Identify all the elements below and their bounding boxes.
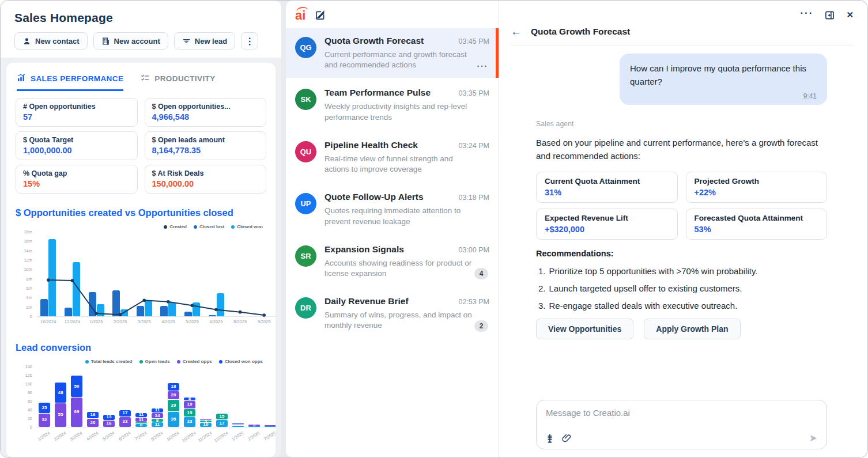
stat-value: +22%: [695, 188, 819, 197]
conversation-description: Accounts showing readiness for product o…: [324, 258, 489, 279]
x-tick-label: 2/2024: [53, 430, 67, 442]
y-tick-label: 16m: [24, 239, 32, 244]
x-tick-label: 3/2024: [69, 430, 83, 442]
list-item-pipeline-health-check[interactable]: QU Pipeline Health Check 03:24 PM Real-t…: [286, 133, 499, 182]
segment-value-label: 55: [55, 412, 66, 417]
x-tick-label: 6/2025: [210, 319, 223, 324]
conversation-time: 03:35 PM: [458, 89, 489, 97]
voice-input-icon[interactable]: [546, 434, 554, 443]
conversation-time: 03:00 PM: [458, 246, 489, 254]
user-message-text: How can I improve my quota performance t…: [630, 62, 817, 89]
expand-panel-icon[interactable]: [825, 10, 835, 20]
new-account-button[interactable]: New account: [93, 32, 168, 50]
stat-current-quota-attainment: Current Quota Attainment 31%: [536, 172, 678, 203]
legend-dot-icon: [194, 225, 197, 229]
tab-productivity-label: PRODUCTIVITY: [154, 74, 215, 83]
chart1-title: $ Opportunities created vs Opportunities…: [16, 207, 266, 218]
ai-assistant-panel: ai QG Quota Growth Forecast 03:45 PM Cur…: [286, 1, 867, 457]
stacked-bar-segment: 18: [168, 383, 179, 391]
apply-growth-plan-button[interactable]: Apply Growth Plan: [644, 319, 740, 339]
legend-item: Total leads created: [85, 359, 133, 364]
stacked-bar-segment: 11: [135, 418, 147, 422]
conversation-title: Quota Growth Forecast: [324, 36, 424, 46]
more-actions-button[interactable]: ⋮: [241, 32, 258, 50]
attachment-icon[interactable]: [562, 433, 571, 443]
metric-quota-target: $ Quota Target 1,000,000.00: [16, 131, 138, 160]
x-tick-label: 5/2024: [101, 430, 115, 442]
segment-value-label: 18: [168, 384, 179, 389]
y-tick-label: 10m: [24, 267, 32, 272]
stacked-bar-segment: [232, 423, 244, 425]
message-input[interactable]: Message to Creatio.ai ➤: [536, 400, 827, 449]
kebab-icon: ⋮: [245, 36, 254, 47]
metric-value: 57: [23, 112, 130, 122]
new-contact-button[interactable]: New contact: [14, 32, 88, 50]
user-message-bubble: How can I improve my quota performance t…: [620, 54, 827, 105]
stacked-bar-segment: 5: [248, 425, 260, 426]
send-icon[interactable]: ➤: [809, 433, 817, 443]
unread-badge: 4: [474, 268, 488, 279]
stacked-bar-segment: 16: [103, 421, 115, 427]
chart2-legend: Total leads createdOpen leadsCreated opp…: [16, 359, 263, 364]
stat-value: 53%: [695, 225, 819, 234]
recommendation-item: 3.Re-engage stalled deals with executive…: [538, 301, 827, 311]
agent-label: Sales agent: [536, 120, 827, 128]
chart-line: [36, 232, 276, 316]
segment-value-label: 20: [87, 421, 99, 425]
x-tick-label: 11/2024: [197, 430, 213, 443]
recommendations-title: Recommendations:: [536, 249, 827, 258]
conversation-title: Pipeline Health Check: [324, 140, 418, 150]
metric-label: % Quota gap: [23, 169, 130, 177]
conversation-title: Expansion Signals: [324, 244, 404, 255]
segment-value-label: 29: [168, 403, 179, 408]
legend-dot-icon: [164, 225, 167, 229]
left-header: Sales Homepage New contact New account N…: [1, 1, 281, 58]
stacked-bar-segment: 15: [216, 414, 228, 419]
stacked-bar-segment: 16: [87, 412, 99, 418]
legend-dot-icon: [139, 360, 143, 364]
chat-options-icon[interactable]: ···: [800, 7, 813, 19]
avatar: UP: [295, 193, 316, 214]
list-item-quote-follow-up-alerts[interactable]: UP Quote Follow-Up Alerts 03:18 PM Quote…: [286, 184, 499, 234]
x-tick-label: 1/2025: [90, 319, 103, 324]
recommendation-number: 2.: [538, 283, 546, 293]
back-arrow-icon[interactable]: ←: [511, 26, 522, 37]
legend-item: Closed won: [231, 224, 263, 229]
x-tick-label: 9/2025: [258, 319, 271, 324]
segment-value-label: 14: [152, 414, 163, 418]
metric-quota-gap: % Quota gap 15%: [16, 165, 138, 194]
item-more-icon[interactable]: ···: [477, 61, 489, 71]
segment-value-label: 48: [55, 391, 66, 395]
stacked-bar-segment: 29: [168, 400, 179, 412]
legend-dot-icon: [85, 360, 89, 364]
conversation-description: Real-time view of funnel strength and ac…: [324, 154, 489, 175]
stat-projected-growth: Projected Growth +22%: [686, 172, 828, 203]
list-top: ai: [286, 9, 499, 28]
close-icon[interactable]: ✕: [846, 10, 854, 20]
chart2-plot: 0204060801001201403225554869502016161323…: [36, 366, 276, 427]
list-item-daily-revenue-brief[interactable]: DR Daily Revenue Brief 02:53 PM Summary …: [286, 289, 499, 338]
tab-productivity[interactable]: PRODUCTIVITY: [141, 73, 215, 91]
tab-sales-performance[interactable]: SALES PERFORMANCE: [17, 73, 123, 91]
new-lead-button[interactable]: New lead: [174, 32, 235, 50]
list-item-quota-growth-forecast[interactable]: QG Quota Growth Forecast 03:45 PM Curren…: [286, 28, 499, 78]
view-opportunities-button[interactable]: View Opportunities: [536, 319, 633, 339]
stacked-bar-segment: 55: [55, 403, 66, 426]
y-tick-label: 4m: [27, 295, 32, 300]
conversation-list: ai QG Quota Growth Forecast 03:45 PM Cur…: [286, 1, 499, 457]
segment-value-label: 11: [135, 412, 147, 417]
metric-label: # Open opportunities: [23, 103, 130, 111]
building-icon: [101, 37, 110, 46]
dashboard-tabs: SALES PERFORMANCE PRODUCTIVITY: [16, 71, 266, 91]
new-chat-icon[interactable]: [315, 10, 326, 22]
stacked-bar-segment: 20: [87, 419, 99, 427]
list-item-team-performance-pulse[interactable]: SK Team Performance Pulse 03:35 PM Weekl…: [286, 80, 499, 130]
segment-value-label: 16: [103, 421, 115, 426]
list-item-expansion-signals[interactable]: SR Expansion Signals 03:00 PM Accounts s…: [286, 237, 499, 286]
segment-value-label: 17: [216, 421, 228, 426]
avatar: QU: [295, 141, 316, 162]
x-tick-label: 8/2025: [233, 319, 247, 324]
recommendation-number: 3.: [538, 301, 546, 311]
segment-value-label: 32: [39, 418, 50, 422]
agent-intro-text: Based on your pipeline and current perfo…: [536, 136, 827, 163]
